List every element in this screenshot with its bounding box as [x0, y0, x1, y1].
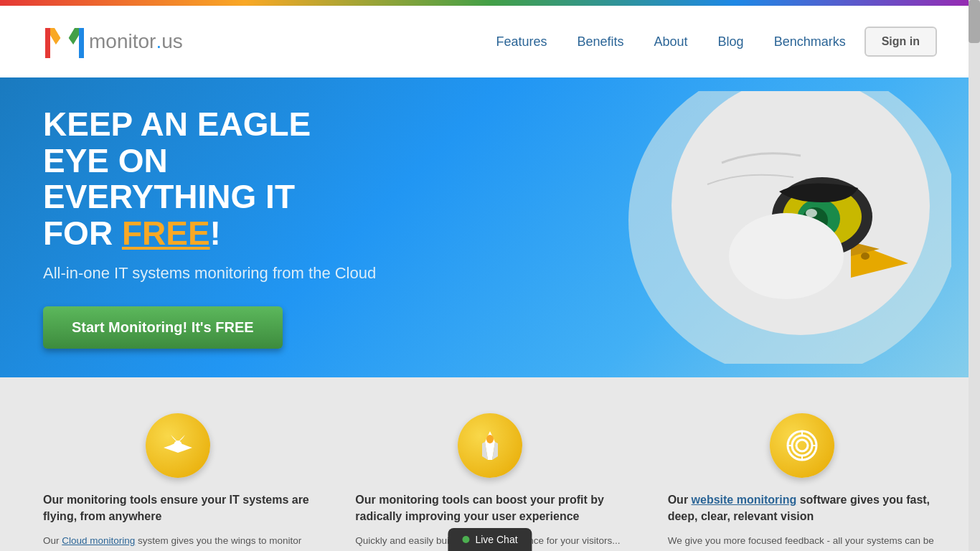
feature-profit-icon	[458, 413, 522, 478]
target-icon	[784, 428, 820, 463]
svg-point-15	[174, 441, 182, 452]
logo-name: monitor	[89, 30, 156, 53]
svg-marker-4	[79, 28, 84, 58]
scrollbar[interactable]	[969, 0, 980, 551]
svg-point-19	[796, 440, 808, 451]
hero-free: FREE	[122, 215, 210, 252]
logo-area: monitor . us	[43, 22, 484, 62]
nav-benefits[interactable]: Benefits	[566, 29, 636, 55]
feature-flying-desc: Our Cloud monitoring system gives you th…	[43, 533, 312, 551]
header: monitor . us Features Benefits About Blo…	[0, 6, 980, 77]
hero-title-line4: FOR FREE!	[43, 215, 221, 252]
website-monitoring-link[interactable]: website monitoring	[692, 494, 797, 506]
nav-benchmarks[interactable]: Benchmarks	[763, 29, 857, 55]
logo-text-group: monitor . us	[89, 30, 183, 53]
feature-vision-icon	[770, 413, 834, 478]
features-section: Our monitoring tools ensure your IT syst…	[0, 377, 980, 551]
hero-title-line2: EYE ON	[43, 142, 168, 179]
svg-point-13	[861, 253, 870, 260]
feature-profit-title: Our monitoring tools can boost your prof…	[355, 492, 624, 524]
hero-section: KEEP AN EAGLE EYE ON EVERYTHING IT FOR F…	[0, 77, 980, 377]
hero-content: KEEP AN EAGLE EYE ON EVERYTHING IT FOR F…	[43, 106, 416, 349]
nav-about[interactable]: About	[643, 29, 699, 55]
hero-subtitle: All-in-one IT systems monitoring from th…	[43, 263, 416, 285]
feature-flying-icon	[146, 413, 210, 478]
logo-tld: us	[161, 30, 183, 53]
hero-eagle-image	[550, 77, 980, 377]
hero-title: KEEP AN EAGLE EYE ON EVERYTHING IT FOR F…	[43, 106, 416, 251]
sign-in-button[interactable]: Sign in	[864, 27, 937, 57]
nav-blog[interactable]: Blog	[707, 29, 755, 55]
cta-button[interactable]: Start Monitoring! It's FREE	[43, 306, 283, 349]
logo-dot: .	[156, 30, 161, 53]
cloud-monitoring-link[interactable]: Cloud monitoring	[62, 535, 135, 546]
logo-icon	[43, 22, 86, 62]
feature-flying: Our monitoring tools ensure your IT syst…	[43, 413, 312, 551]
feature-flying-title: Our monitoring tools ensure your IT syst…	[43, 492, 312, 524]
svg-marker-1	[45, 28, 50, 58]
hero-exclaim: !	[210, 215, 221, 252]
hero-for: FOR	[43, 215, 122, 252]
feature-vision: Our website monitoring software gives yo…	[668, 413, 937, 551]
hero-title-line1: KEEP AN EAGLE	[43, 105, 311, 143]
svg-point-14	[729, 213, 844, 299]
scrollbar-thumb[interactable]	[969, 0, 980, 43]
nav-features[interactable]: Features	[484, 29, 558, 55]
live-chat-widget[interactable]: Live Chat	[448, 528, 532, 551]
feature-vision-title: Our website monitoring software gives yo…	[668, 492, 937, 524]
eagle-svg	[578, 91, 951, 364]
hero-title-line3: EVERYTHING IT	[43, 178, 295, 215]
feature-vision-desc: We give you more focused feedback - all …	[668, 533, 937, 551]
main-nav: Features Benefits About Blog Benchmarks …	[484, 27, 937, 57]
eagle-flying-icon	[160, 428, 196, 463]
svg-point-16	[486, 435, 494, 443]
live-chat-label: Live Chat	[475, 534, 517, 545]
rocket-icon	[472, 428, 508, 463]
svg-point-18	[792, 435, 812, 456]
live-chat-status-dot	[462, 536, 469, 543]
